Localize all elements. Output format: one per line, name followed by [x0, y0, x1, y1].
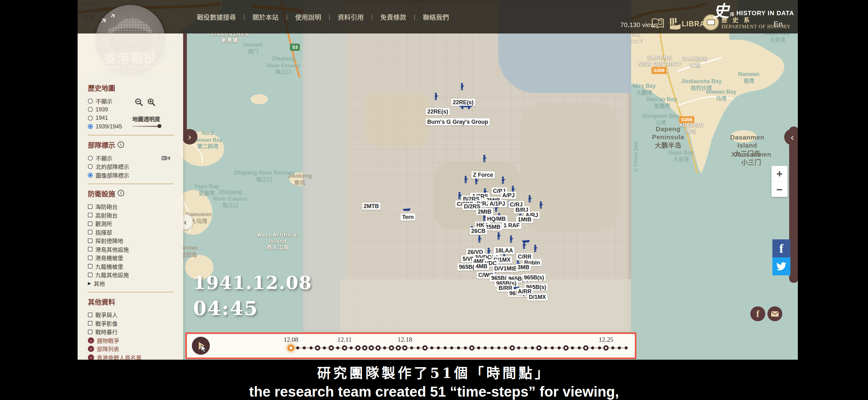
info-icon[interactable]: i — [118, 190, 124, 196]
timestep-dot[interactable] — [416, 346, 420, 349]
menu-item-2[interactable]: 關於本站 — [245, 12, 286, 22]
radio-unselected[interactable] — [88, 164, 93, 169]
sidebar-item[interactable]: 觀測所 — [88, 220, 183, 228]
unit-marker[interactable] — [463, 175, 468, 185]
timestep-dot[interactable] — [551, 346, 554, 349]
guestbook-icon[interactable] — [651, 18, 664, 29]
timestep-dot[interactable] — [323, 346, 326, 349]
unit-label-chip[interactable]: Z Force — [471, 171, 495, 178]
timestep-dot[interactable] — [603, 345, 609, 351]
menu-item-5[interactable]: 免責條款 — [373, 12, 414, 22]
timestep-dot[interactable] — [355, 345, 361, 351]
unit-marker[interactable] — [460, 82, 465, 92]
checkbox-unchecked[interactable] — [88, 247, 93, 252]
right-panel-toggle[interactable]: ‹ — [784, 129, 798, 145]
timestep-dot[interactable] — [484, 346, 487, 349]
timestep-dot[interactable] — [310, 346, 313, 349]
checkbox-unchecked[interactable] — [88, 312, 93, 317]
timestep-dot[interactable] — [296, 346, 299, 349]
slider-knob[interactable] — [157, 124, 161, 128]
checkbox-unchecked[interactable] — [88, 204, 93, 209]
sidebar-item[interactable]: 戰爭影像 — [88, 319, 183, 328]
unit-label-chip[interactable]: 22RE(s) — [451, 99, 475, 106]
unit-label-chip[interactable]: D/V1MtB — [493, 265, 519, 272]
zoom-in-button[interactable]: + — [771, 166, 787, 181]
timestep-dot[interactable] — [509, 345, 515, 351]
checkbox-unchecked[interactable] — [88, 230, 93, 234]
timestep-dot[interactable] — [437, 346, 440, 349]
sidebar-item[interactable]: 戰時暴行 — [88, 328, 183, 336]
radio-unselected[interactable] — [88, 156, 93, 161]
timestep-dot[interactable] — [531, 346, 534, 349]
historical-map[interactable] — [303, 0, 631, 332]
unit-marker[interactable] — [402, 207, 411, 213]
timestep-dot[interactable] — [524, 346, 527, 349]
unit-marker[interactable] — [508, 235, 514, 244]
sidebar-item[interactable]: 圖像部隊標示 — [88, 171, 183, 179]
email-share-button[interactable] — [767, 306, 782, 321]
timestep-dot[interactable] — [571, 346, 574, 349]
facebook-circle-button[interactable]: f — [750, 306, 765, 321]
checkbox-unchecked[interactable] — [88, 264, 93, 269]
facebook-share-button[interactable]: f — [772, 239, 790, 257]
timestep-dot[interactable] — [410, 346, 413, 349]
timestep-dot[interactable] — [611, 346, 614, 349]
sidebar-item[interactable]: 港島機槍堡 — [88, 254, 183, 262]
expand-panel-button[interactable]: › — [182, 129, 197, 144]
timestep-dot[interactable] — [464, 346, 467, 349]
unit-label-chip[interactable]: 26CB — [470, 228, 487, 235]
timestep-dot[interactable] — [544, 346, 547, 349]
unit-label-chip[interactable]: Tern — [400, 214, 415, 221]
radio-selected[interactable] — [88, 124, 93, 129]
unit-label-chip[interactable]: D/1MX — [527, 294, 547, 301]
checkbox-unchecked[interactable] — [88, 222, 93, 226]
checkbox-unchecked[interactable] — [88, 272, 93, 277]
unit-marker[interactable] — [477, 235, 482, 244]
sidebar-item[interactable]: ›器物戰爭 — [88, 336, 183, 345]
timestep-dot[interactable] — [497, 346, 500, 349]
unit-label-chip[interactable]: 18LAA — [494, 247, 515, 254]
menu-item-1[interactable]: 戰役數據搜尋 — [189, 12, 243, 22]
twitter-share-button[interactable] — [772, 257, 790, 275]
timestep-dot[interactable] — [504, 346, 507, 349]
timestep-dot[interactable] — [303, 346, 306, 349]
play-button[interactable] — [192, 337, 210, 355]
timestep-dot[interactable] — [591, 346, 594, 349]
sidebar-item[interactable]: 北約部隊標示 — [88, 163, 183, 171]
timestep-dot[interactable] — [625, 346, 628, 349]
checkbox-unchecked[interactable] — [88, 321, 93, 326]
timestep-dot[interactable] — [583, 345, 589, 351]
timestep-dot[interactable] — [402, 345, 408, 351]
unit-label-chip[interactable]: 1 RAF — [502, 222, 521, 229]
unit-label-chip[interactable]: 965B(s) — [522, 274, 546, 281]
map-opacity-slider[interactable] — [132, 124, 161, 128]
unit-label-chip[interactable]: 2MtB — [476, 208, 493, 215]
timestep-dot[interactable] — [389, 345, 394, 351]
timestep-dot[interactable] — [349, 346, 353, 349]
sidebar-item[interactable]: 探射燈陣地 — [88, 237, 183, 245]
sidebar-item[interactable]: 指揮部 — [88, 228, 183, 237]
sidebar-item[interactable]: ▶其他 — [88, 279, 183, 288]
radio-selected[interactable] — [88, 173, 93, 178]
timestep-dot[interactable] — [477, 346, 480, 349]
unit-label-chip[interactable]: A/1PJ — [488, 200, 507, 207]
timestep-dot[interactable] — [362, 345, 367, 351]
unit-marker[interactable] — [482, 155, 487, 164]
checkbox-unchecked[interactable] — [88, 330, 93, 334]
timestep-dot[interactable] — [491, 346, 494, 349]
info-icon[interactable]: i — [118, 141, 124, 148]
sidebar-item[interactable]: 九龍機槍堡 — [88, 262, 183, 271]
menu-item-4[interactable]: 資料引用 — [330, 12, 371, 22]
zoom-out-magnifier-icon[interactable] — [135, 98, 144, 107]
expand-triangle-icon[interactable]: ▶ — [88, 281, 91, 286]
unit-label-chip[interactable]: 3MB — [516, 264, 531, 271]
sidebar-item[interactable]: 港島其他設施 — [88, 245, 183, 254]
radio-unselected[interactable] — [88, 116, 93, 121]
sidebar-item[interactable]: 戰爭與人 — [88, 311, 183, 320]
unit-marker[interactable] — [538, 201, 544, 210]
checkbox-unchecked[interactable] — [88, 213, 93, 218]
timestep-dot[interactable] — [383, 346, 386, 349]
timestep-dot[interactable] — [396, 345, 401, 351]
timestep-dot[interactable] — [342, 345, 347, 351]
unit-label-chip[interactable]: 4MB — [474, 263, 489, 270]
